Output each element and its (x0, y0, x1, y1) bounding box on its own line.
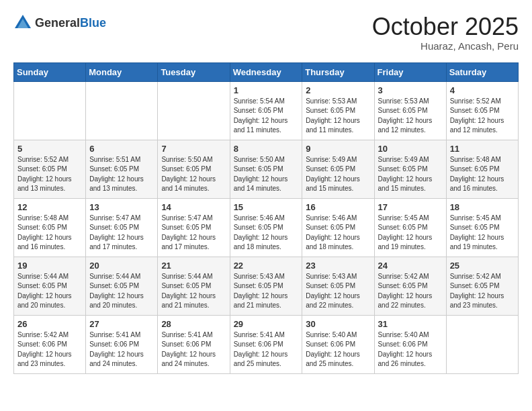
day-info: Sunrise: 5:52 AM Sunset: 6:05 PM Dayligh… (17, 155, 82, 194)
day-number: 4 (450, 85, 515, 95)
day-cell: 10Sunrise: 5:49 AM Sunset: 6:05 PM Dayli… (374, 140, 446, 198)
day-number: 12 (17, 202, 82, 212)
day-info: Sunrise: 5:46 AM Sunset: 6:05 PM Dayligh… (306, 214, 370, 253)
week-row-1: 1Sunrise: 5:54 AM Sunset: 6:05 PM Daylig… (14, 81, 519, 140)
day-cell (446, 315, 518, 373)
day-info: Sunrise: 5:49 AM Sunset: 6:05 PM Dayligh… (306, 155, 370, 194)
day-number: 3 (378, 85, 443, 95)
day-number: 10 (378, 144, 443, 154)
day-cell: 26Sunrise: 5:42 AM Sunset: 6:06 PM Dayli… (14, 315, 86, 373)
day-number: 23 (306, 261, 370, 271)
day-number: 14 (161, 202, 226, 212)
day-cell: 7Sunrise: 5:50 AM Sunset: 6:05 PM Daylig… (158, 140, 230, 198)
day-number: 21 (161, 261, 226, 271)
day-number: 22 (234, 261, 299, 271)
day-number: 5 (17, 144, 82, 154)
day-info: Sunrise: 5:47 AM Sunset: 6:05 PM Dayligh… (161, 214, 226, 253)
day-number: 24 (378, 261, 443, 271)
day-cell: 8Sunrise: 5:50 AM Sunset: 6:05 PM Daylig… (230, 140, 302, 198)
day-cell: 13Sunrise: 5:47 AM Sunset: 6:05 PM Dayli… (86, 198, 158, 257)
day-cell: 30Sunrise: 5:40 AM Sunset: 6:06 PM Dayli… (302, 315, 374, 373)
day-info: Sunrise: 5:41 AM Sunset: 6:06 PM Dayligh… (234, 330, 299, 369)
day-cell: 14Sunrise: 5:47 AM Sunset: 6:05 PM Dayli… (158, 198, 230, 257)
day-number: 16 (306, 202, 370, 212)
day-info: Sunrise: 5:41 AM Sunset: 6:06 PM Dayligh… (89, 330, 154, 369)
day-cell: 28Sunrise: 5:41 AM Sunset: 6:06 PM Dayli… (158, 315, 230, 373)
day-info: Sunrise: 5:46 AM Sunset: 6:05 PM Dayligh… (234, 214, 299, 253)
day-number: 2 (306, 85, 370, 95)
day-info: Sunrise: 5:43 AM Sunset: 6:05 PM Dayligh… (306, 272, 370, 311)
day-info: Sunrise: 5:45 AM Sunset: 6:05 PM Dayligh… (450, 214, 515, 253)
day-cell: 20Sunrise: 5:44 AM Sunset: 6:05 PM Dayli… (86, 257, 158, 315)
day-cell: 16Sunrise: 5:46 AM Sunset: 6:05 PM Dayli… (302, 198, 374, 257)
title-block: October 2025 Huaraz, Ancash, Peru (372, 13, 519, 52)
calendar: SundayMondayTuesdayWednesdayThursdayFrid… (13, 62, 519, 374)
day-cell: 4Sunrise: 5:52 AM Sunset: 6:05 PM Daylig… (446, 81, 518, 140)
logo-text-general: General (35, 16, 80, 30)
logo-icon (13, 13, 32, 32)
day-number: 9 (306, 144, 370, 154)
weekday-header-tuesday: Tuesday (158, 62, 230, 81)
day-cell: 12Sunrise: 5:48 AM Sunset: 6:05 PM Dayli… (14, 198, 86, 257)
day-cell: 17Sunrise: 5:45 AM Sunset: 6:05 PM Dayli… (374, 198, 446, 257)
logo-text-blue: Blue (80, 16, 106, 30)
day-info: Sunrise: 5:44 AM Sunset: 6:05 PM Dayligh… (17, 272, 82, 311)
day-cell: 3Sunrise: 5:53 AM Sunset: 6:05 PM Daylig… (374, 81, 446, 140)
day-info: Sunrise: 5:47 AM Sunset: 6:05 PM Dayligh… (89, 214, 154, 253)
week-row-5: 26Sunrise: 5:42 AM Sunset: 6:06 PM Dayli… (14, 315, 519, 373)
day-number: 1 (234, 85, 299, 95)
day-cell: 19Sunrise: 5:44 AM Sunset: 6:05 PM Dayli… (14, 257, 86, 315)
week-row-3: 12Sunrise: 5:48 AM Sunset: 6:05 PM Dayli… (14, 198, 519, 257)
month-title: October 2025 (372, 13, 519, 40)
day-number: 18 (450, 202, 515, 212)
day-info: Sunrise: 5:48 AM Sunset: 6:05 PM Dayligh… (450, 155, 515, 194)
weekday-header-wednesday: Wednesday (230, 62, 302, 81)
day-number: 8 (234, 144, 299, 154)
day-info: Sunrise: 5:40 AM Sunset: 6:06 PM Dayligh… (378, 330, 443, 369)
day-number: 13 (89, 202, 154, 212)
day-info: Sunrise: 5:41 AM Sunset: 6:06 PM Dayligh… (161, 330, 226, 369)
day-info: Sunrise: 5:54 AM Sunset: 6:05 PM Dayligh… (234, 97, 299, 136)
day-info: Sunrise: 5:50 AM Sunset: 6:05 PM Dayligh… (161, 155, 226, 194)
day-info: Sunrise: 5:51 AM Sunset: 6:05 PM Dayligh… (89, 155, 154, 194)
day-cell: 2Sunrise: 5:53 AM Sunset: 6:05 PM Daylig… (302, 81, 374, 140)
day-cell: 23Sunrise: 5:43 AM Sunset: 6:05 PM Dayli… (302, 257, 374, 315)
day-cell: 11Sunrise: 5:48 AM Sunset: 6:05 PM Dayli… (446, 140, 518, 198)
day-info: Sunrise: 5:50 AM Sunset: 6:05 PM Dayligh… (234, 155, 299, 194)
day-number: 19 (17, 261, 82, 271)
day-number: 7 (161, 144, 226, 154)
day-number: 6 (89, 144, 154, 154)
day-info: Sunrise: 5:43 AM Sunset: 6:05 PM Dayligh… (234, 272, 299, 311)
day-number: 25 (450, 261, 515, 271)
day-cell: 5Sunrise: 5:52 AM Sunset: 6:05 PM Daylig… (14, 140, 86, 198)
day-number: 30 (306, 319, 370, 329)
day-info: Sunrise: 5:42 AM Sunset: 6:05 PM Dayligh… (378, 272, 443, 311)
day-cell: 27Sunrise: 5:41 AM Sunset: 6:06 PM Dayli… (86, 315, 158, 373)
weekday-header-saturday: Saturday (446, 62, 518, 81)
weekday-header-monday: Monday (86, 62, 158, 81)
day-number: 15 (234, 202, 299, 212)
day-cell: 9Sunrise: 5:49 AM Sunset: 6:05 PM Daylig… (302, 140, 374, 198)
day-number: 17 (378, 202, 443, 212)
day-cell: 25Sunrise: 5:42 AM Sunset: 6:05 PM Dayli… (446, 257, 518, 315)
weekday-header-row: SundayMondayTuesdayWednesdayThursdayFrid… (14, 62, 519, 81)
page-header: GeneralBlue October 2025 Huaraz, Ancash,… (13, 13, 519, 52)
day-number: 20 (89, 261, 154, 271)
day-info: Sunrise: 5:53 AM Sunset: 6:05 PM Dayligh… (378, 97, 443, 136)
day-cell (86, 81, 158, 140)
day-info: Sunrise: 5:42 AM Sunset: 6:06 PM Dayligh… (17, 330, 82, 369)
day-info: Sunrise: 5:44 AM Sunset: 6:05 PM Dayligh… (161, 272, 226, 311)
week-row-4: 19Sunrise: 5:44 AM Sunset: 6:05 PM Dayli… (14, 257, 519, 315)
logo: GeneralBlue (13, 13, 106, 32)
day-number: 31 (378, 319, 443, 329)
day-cell: 1Sunrise: 5:54 AM Sunset: 6:05 PM Daylig… (230, 81, 302, 140)
week-row-2: 5Sunrise: 5:52 AM Sunset: 6:05 PM Daylig… (14, 140, 519, 198)
day-cell: 6Sunrise: 5:51 AM Sunset: 6:05 PM Daylig… (86, 140, 158, 198)
day-cell: 22Sunrise: 5:43 AM Sunset: 6:05 PM Dayli… (230, 257, 302, 315)
day-info: Sunrise: 5:45 AM Sunset: 6:05 PM Dayligh… (378, 214, 443, 253)
day-cell: 24Sunrise: 5:42 AM Sunset: 6:05 PM Dayli… (374, 257, 446, 315)
day-info: Sunrise: 5:40 AM Sunset: 6:06 PM Dayligh… (306, 330, 370, 369)
day-number: 26 (17, 319, 82, 329)
day-info: Sunrise: 5:53 AM Sunset: 6:05 PM Dayligh… (306, 97, 370, 136)
day-info: Sunrise: 5:49 AM Sunset: 6:05 PM Dayligh… (378, 155, 443, 194)
